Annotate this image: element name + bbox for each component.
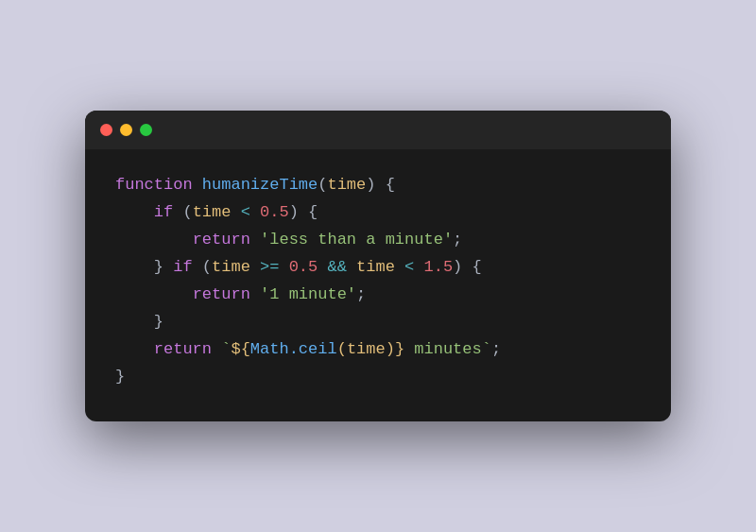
code-line-1: function humanizeTime(time) { [115, 172, 641, 199]
code-line-2: if (time < 0.5) { [115, 199, 641, 227]
code-editor: function humanizeTime(time) { if (time <… [85, 149, 671, 420]
titlebar [85, 111, 671, 149]
maximize-button[interactable] [140, 124, 152, 136]
code-line-6: } [115, 309, 641, 336]
code-line-7: return `${Math.ceil(time)} minutes`; [115, 336, 641, 364]
minimize-button[interactable] [120, 124, 132, 136]
code-line-8: } [115, 364, 641, 391]
code-line-3: return 'less than a minute'; [115, 227, 641, 254]
code-line-4: } if (time >= 0.5 && time < 1.5) { [115, 254, 641, 282]
code-line-5: return '1 minute'; [115, 282, 641, 309]
code-window: function humanizeTime(time) { if (time <… [85, 111, 671, 420]
close-button[interactable] [100, 124, 112, 136]
